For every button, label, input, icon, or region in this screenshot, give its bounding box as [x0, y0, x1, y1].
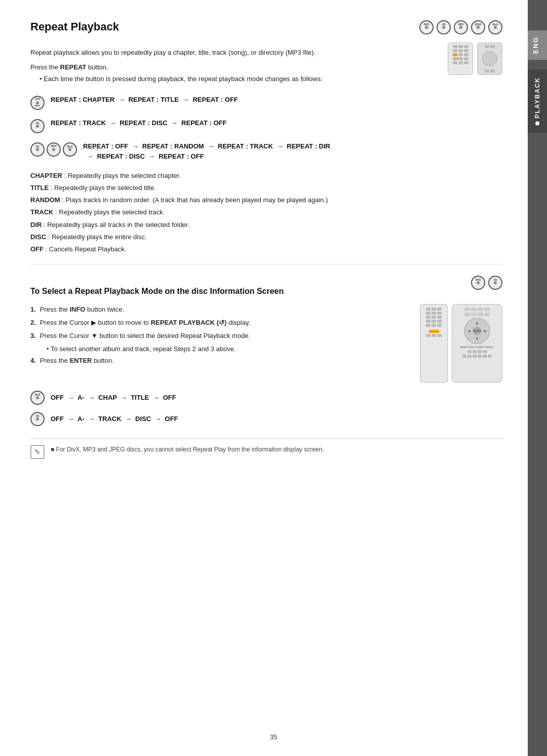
rl2-small-btn [467, 355, 472, 358]
rm-row [426, 320, 442, 323]
rm-row [426, 312, 442, 315]
rl2-small-btn [467, 350, 472, 353]
rm-btn [490, 45, 495, 48]
disc-divx-row3: DivX [63, 142, 77, 157]
rl2-labels: DIRECTION ZOOM CANCEL [460, 346, 494, 349]
step-1-num: 1. [30, 304, 36, 315]
step-2-num: 2. [30, 317, 36, 328]
rl2-btn [478, 313, 483, 316]
rm-row [426, 334, 442, 337]
rm-row-3 [453, 53, 468, 56]
repeat-icons-2: CD [30, 119, 45, 133]
definitions-list: CHAPTER : Repeatedly plays the selected … [30, 170, 502, 255]
def-disc: DISC : Repeatedly plays the entire disc. [30, 232, 502, 243]
rm-btn [458, 49, 463, 52]
rl2-small-btn [473, 355, 477, 358]
rm-btn [464, 61, 468, 64]
rl2-row [464, 313, 490, 316]
rl2-row [464, 308, 490, 311]
repeat-icons-3: CD JPEG DivX [30, 142, 77, 157]
steps-block: 1. Press the INFO button twice. 2. Press… [30, 304, 314, 368]
off-row-2: CD OFF → A- → TRACK → DISC → OFF [30, 412, 502, 426]
rl2-small-btn [483, 355, 487, 358]
disc-icon-cd: CD [437, 20, 451, 34]
step-1-text: Press the INFO button twice. [40, 304, 124, 315]
off-sequence-1: OFF → A- → CHAP → TITLE → OFF [51, 393, 176, 403]
rm-btn-repeat [453, 53, 457, 56]
disc-icons-top: DVD CD MP3 JPEG DivX [419, 20, 502, 34]
rm-btn [437, 324, 442, 327]
rl2-small-btn [483, 350, 487, 353]
step-4-num: 4. [30, 355, 36, 366]
def-off: OFF : Cancels Repeat Playback. [30, 244, 502, 255]
section2-heading: To Select a Repeat Playback Mode on the … [30, 286, 284, 297]
intro-section: Repeat playback allows you to repeatedly… [30, 48, 502, 87]
rl2-small-btn [473, 350, 477, 353]
section2-disc-icons: DVD CD [471, 276, 502, 290]
rm-row [426, 316, 442, 319]
rm-btn [426, 316, 431, 319]
page-container: Repeat Playback DVD CD MP3 JPEG [0, 0, 547, 756]
rm-btn [432, 320, 436, 323]
rm-btn [458, 45, 463, 48]
repeat-bold: REPEAT [60, 63, 87, 71]
tab-bullet [535, 122, 539, 126]
section2-heading-row: To Select a Repeat Playback Mode on the … [30, 274, 502, 304]
rm-btn [464, 45, 468, 48]
rl2-small-btn [478, 355, 482, 358]
repeat-row-1: DVD VIDEO REPEAT : CHAPTER → REPEAT : TI… [30, 95, 502, 110]
rm-btn [426, 312, 431, 315]
remote-large-illustration: ENTER ▲ ▼ ◄ ► DIRECTION ZOOM CANCEL [420, 304, 502, 383]
repeat-sequence-3: REPEAT : OFF → REPEAT : RANDOM → REPEAT … [83, 141, 330, 163]
rl2-btn [471, 308, 477, 311]
rm-btn [437, 334, 442, 337]
rm-btn [458, 61, 463, 64]
nav-circle [482, 51, 497, 66]
rm-btn [464, 49, 468, 52]
note-box: ✎ ■ For DivX, MP3 and JPEG discs, you ca… [30, 438, 502, 459]
disc-jpeg-row3: JPEG [47, 142, 61, 157]
rl2-btn [484, 308, 490, 311]
off-row-1: DVD OFF → A- → CHAP → TITLE → OFF [30, 391, 502, 405]
rm-row [426, 324, 442, 327]
rm-btn-wide [453, 57, 463, 60]
disc-icon-mp3: MP3 [454, 20, 468, 34]
disc-cd-row2: CD [30, 119, 45, 133]
rm-btn [485, 45, 489, 48]
step-3-text: Press the Cursor ▼ button to select the … [40, 330, 250, 342]
note-symbol: ✎ [34, 448, 41, 456]
disc-icon-divx: DivX [488, 20, 502, 34]
rm-btn [432, 316, 436, 319]
rl2-small-btn [488, 355, 492, 358]
disc-dvd-off1: DVD [30, 391, 45, 405]
repeat-icons-1: DVD VIDEO [30, 96, 45, 110]
rl2-btn [484, 313, 490, 316]
step-2: 2. Press the Cursor ▶ button to move to … [30, 317, 314, 328]
rm-row-1 [453, 45, 468, 48]
enter-btn[interactable]: ENTER [473, 327, 481, 335]
rm-btn [432, 312, 436, 315]
def-random: RANDOM : Plays tracks in random order. (… [30, 195, 502, 206]
sub-bullet: • To select another album and track, rep… [47, 344, 314, 355]
remote-large-nav: ENTER ▲ ▼ ◄ ► DIRECTION ZOOM CANCEL [452, 304, 502, 383]
rm-row-5 [453, 61, 468, 64]
rl2-small-btn [462, 355, 466, 358]
disc-icon-jpeg: JPEG [471, 20, 485, 34]
rm-btn [432, 324, 436, 327]
section-divider [30, 264, 502, 264]
note-icon: ✎ [30, 445, 45, 459]
disc-dvd-video: DVD VIDEO [30, 96, 45, 110]
press-after: button. [86, 63, 108, 71]
remote-illustration [448, 43, 502, 75]
def-track: TRACK : Repeatedly plays the selected tr… [30, 207, 502, 218]
page-number: 35 [270, 733, 277, 741]
steps-section: 1. Press the INFO button twice. 2. Press… [30, 304, 502, 383]
nav-wheel: ENTER ▲ ▼ ◄ ► [464, 318, 490, 344]
header-area: Repeat Playback DVD CD MP3 JPEG [30, 20, 502, 43]
rm-btn [490, 69, 495, 72]
rm-highlight-row [429, 330, 439, 333]
press-repeat-text: Press the REPEAT button. [30, 63, 324, 71]
repeat-sequence-2: REPEAT : TRACK → REPEAT : DISC → REPEAT … [51, 118, 226, 129]
repeat-row-2: CD REPEAT : TRACK → REPEAT : DISC → REPE… [30, 118, 502, 133]
page-title: Repeat Playback [30, 20, 119, 33]
